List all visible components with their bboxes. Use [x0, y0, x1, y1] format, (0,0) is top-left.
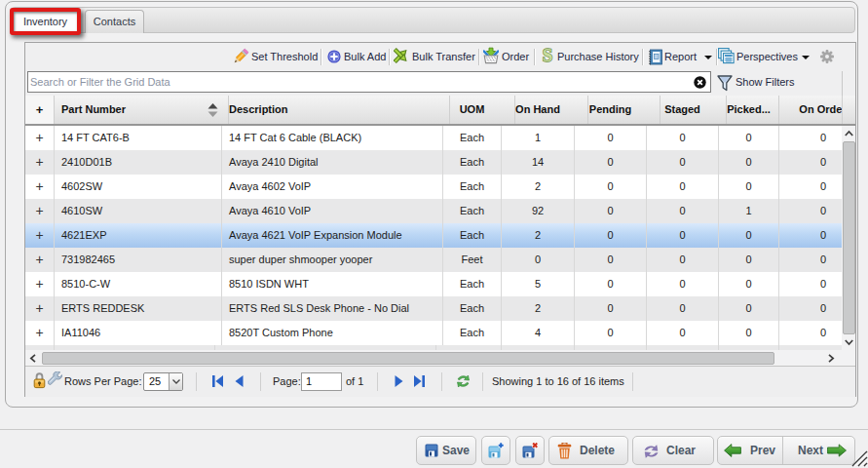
svg-text:S: S	[543, 47, 553, 65]
